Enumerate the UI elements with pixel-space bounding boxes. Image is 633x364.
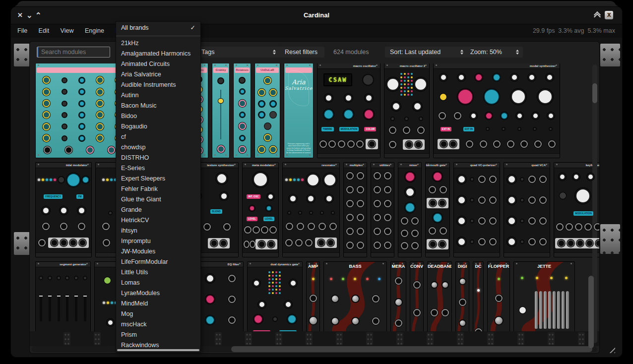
module-mixer[interactable]: mixer [398,163,421,257]
control-row [411,281,422,289]
menu-item-animated-circuits[interactable]: Animated Circuits [116,59,200,69]
jack-port [228,316,236,324]
menu-item-bogaudio[interactable]: Bogaudio [116,121,200,132]
module-quad-vca[interactable]: quad VCA [504,163,550,257]
jack-port [239,146,246,153]
knob [457,195,466,205]
module-multiples[interactable]: multiples [344,163,367,257]
menu-item-hetrickcv[interactable]: HetrickCV [116,215,200,226]
zoom-select-label: Zoom: 50% [470,47,502,58]
tags-select[interactable]: Tags [196,47,280,58]
module-digi[interactable]: DIGI [456,262,469,331]
jack-port [495,295,503,302]
menu-item-little-utils[interactable]: Little Utils [116,267,200,278]
menu-item-grande[interactable]: Grande [116,205,200,215]
menu-item-prism[interactable]: Prism [116,330,200,340]
menu-view[interactable]: View [56,24,78,38]
module-dc[interactable]: DC [473,262,483,331]
screw-icon [335,253,337,255]
knob [362,74,374,86]
module-rotatoes[interactable]: Rotatoes [234,63,251,158]
menu-item-lifeformmodular[interactable]: LifeFormModular [116,257,200,267]
module-utilities[interactable]: utilities [371,163,394,257]
menu-item-mindmeld[interactable]: MindMeld [116,299,200,309]
module-aria-salvatrice-blank[interactable]: AriaSalvatricePrécision engineering unti… [284,63,313,158]
horizontal-scrollbar-thumb[interactable] [231,346,592,352]
knob [74,276,78,280]
module-bernoulli-gate[interactable]: bernoulli gate [426,163,449,257]
module-title: DIGI [456,264,469,269]
jack-port [239,122,246,130]
menu-edit[interactable]: Edit [34,24,54,38]
menu-item-cf[interactable]: cf [116,132,200,142]
label-pill: TIMBRE [321,127,334,131]
menu-file[interactable]: File [13,24,32,38]
knob [559,173,566,181]
menu-item-ihtsyn[interactable]: ihtsyn [116,226,200,236]
module-modal-synthesizer[interactable]: modal synthesizerEXT INEXT IN [434,63,560,158]
jack-port [528,176,536,183]
module-dual-dynamics-gate[interactable]: dual dynamics gateLEVEL MODLEVEL MOD [248,262,302,331]
shade-icon[interactable] [594,12,600,19]
module-keyframer-mixer[interactable]: keyframer/mixerMODULATION [554,163,599,257]
menu-item-bacon-music[interactable]: Bacon Music [116,101,200,111]
menu-item-chowdsp[interactable]: chowdsp [116,142,200,153]
menu-item-amalgamated-harmonics[interactable]: Amalgamated Harmonics [116,49,200,59]
menu-item-audible-instruments[interactable]: Audible Instruments [116,80,200,90]
menu-item-impromptu[interactable]: Impromptu [116,236,200,246]
menu-item-glue-the-giant[interactable]: Glue the Giant [116,194,200,205]
module-macro-oscillator[interactable]: macro oscillatorCSAWTIMBREMODULATIONCOLO… [317,63,380,158]
menu-item-expert-sleepers[interactable]: Expert Sleepers [116,174,200,184]
vertical-scrollbar-thumb[interactable] [592,83,597,103]
module-title: dual dynamics gate [248,262,302,267]
jack-port [96,88,104,96]
module-controls [474,271,482,331]
menu-item-distrho[interactable]: DISTRHO [116,153,200,163]
updown-arrows-icon [516,50,519,55]
resize-grip-icon[interactable] [607,345,615,353]
led-indicator [103,302,105,304]
menu-item-all-brands[interactable]: All brands ✓ [116,22,200,34]
menu-item-aria-salvatrice[interactable]: Aria Salvatrice [116,69,200,80]
menu-item-jw-modules[interactable]: JW-Modules [116,246,200,257]
knob [217,77,224,84]
menu-item-fehler-fabrik[interactable]: Fehler Fabrik [116,184,200,194]
module-jette[interactable]: JETTE [514,262,574,331]
knob [516,112,523,120]
search-input[interactable] [37,47,110,58]
jack-port [217,145,225,153]
led-indicator [550,277,553,279]
zoom-select[interactable]: Zoom: 50% [465,47,523,58]
knob [457,175,466,184]
menu-item-lyraemodules[interactable]: LyraeModules [116,288,200,299]
menu-scroll-indicator[interactable] [117,349,199,351]
module-grabby[interactable]: Grabby [212,63,229,158]
menu-item-autinn[interactable]: Autinn [116,90,200,101]
module-conv[interactable]: CONV [410,262,423,331]
module-mera[interactable]: MERA [391,262,406,331]
module-macro-oscillator-2[interactable]: macro oscillator 2 [384,63,429,158]
menu-engine[interactable]: Engine [80,24,109,38]
module-bass[interactable]: BASS [324,262,386,331]
module-resonator[interactable]: resonator [283,163,339,257]
screw-icon [236,64,237,66]
menu-item-21khz[interactable]: 21kHz [116,38,200,49]
module-amp[interactable]: AMP [307,262,319,331]
module-meta-modulator[interactable]: meta modulatorINT. OSCLEVELLEVEL [243,163,278,257]
module-quad-vc-polarizer[interactable]: quad VC-polarizer [454,163,500,257]
menu-item-e-series[interactable]: E-Series [116,163,200,174]
rack-rail-stub [366,332,373,345]
menu-item-mschack[interactable]: mscHack [116,319,200,330]
module-flopper[interactable]: FLOPPER [488,262,509,331]
module-deadband[interactable]: DEADBAND [428,262,451,331]
module-undular[interactable]: UnDuLaR [255,63,280,158]
module-segment-generator[interactable]: segment generator [36,262,90,331]
reset-filters-button[interactable]: Reset filters [278,47,324,58]
control-row [244,226,277,234]
sort-select[interactable]: Sort: Last updated [385,47,467,58]
menu-item-mog[interactable]: Mog [116,309,200,319]
menu-item-lomas[interactable]: Lomas [116,278,200,288]
menu-item-bidoo[interactable]: Bidoo [116,111,200,121]
rack-scrollbar-thumb[interactable] [588,276,594,348]
module-tidal-modulator[interactable]: tidal modulatorFREQUENCYFM [36,163,91,257]
